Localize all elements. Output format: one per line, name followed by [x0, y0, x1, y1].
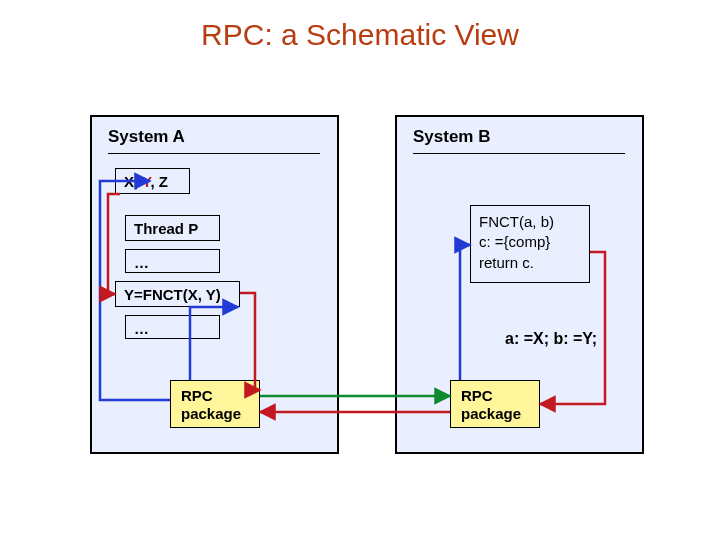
fnct-line-2: c: ={comp}: [479, 232, 581, 252]
fnct-call-box: Y=FNCT(X, Y): [115, 281, 240, 307]
system-b-label: System B: [413, 127, 490, 147]
assign-text: a: =X; b: =Y;: [505, 330, 597, 348]
ellipsis-2: …: [125, 315, 220, 339]
fnct-line-1: FNCT(a, b): [479, 212, 581, 232]
system-a-divider: [108, 153, 320, 154]
var-x: X,: [124, 173, 138, 190]
thread-p-box: Thread P: [125, 215, 220, 241]
fnct-body-box: FNCT(a, b) c: ={comp} return c.: [470, 205, 590, 283]
ellipsis-1: …: [125, 249, 220, 273]
system-a-label: System A: [108, 127, 185, 147]
system-b-divider: [413, 153, 625, 154]
vars-xyz-box: X, Y, Z: [115, 168, 190, 194]
diagram-stage: RPC: a Schematic View System A System B …: [0, 0, 720, 540]
var-y: Y: [138, 173, 150, 190]
rpc-package-b: RPC package: [450, 380, 540, 428]
page-title: RPC: a Schematic View: [0, 18, 720, 52]
var-z: , Z: [150, 173, 168, 190]
fnct-line-3: return c.: [479, 253, 581, 273]
rpc-package-a: RPC package: [170, 380, 260, 428]
